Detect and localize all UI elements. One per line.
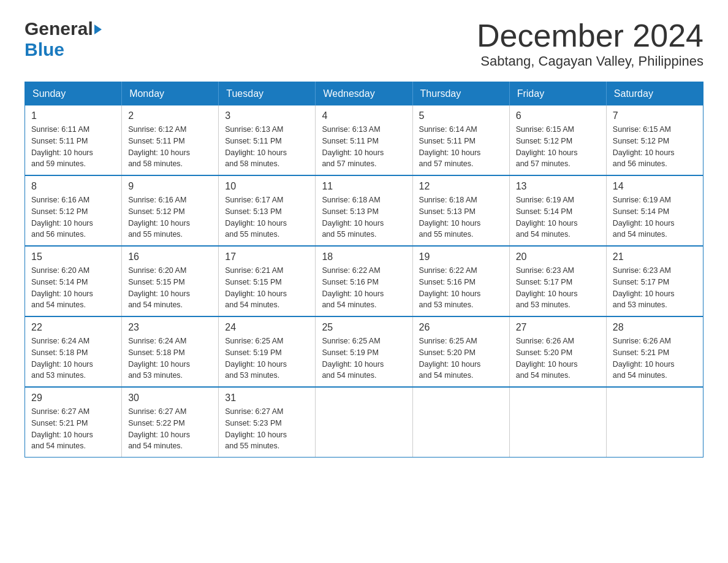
day-number: 30 <box>128 393 212 404</box>
day-number: 26 <box>419 322 503 333</box>
day-number: 14 <box>613 181 697 192</box>
day-number: 28 <box>613 322 697 333</box>
calendar-day-cell: 4 Sunrise: 6:13 AMSunset: 5:11 PMDayligh… <box>316 105 412 175</box>
day-number: 25 <box>322 322 406 333</box>
day-info: Sunrise: 6:19 AMSunset: 5:14 PMDaylight:… <box>516 196 578 239</box>
day-of-week-header: Saturday <box>606 82 703 106</box>
day-info: Sunrise: 6:22 AMSunset: 5:16 PMDaylight:… <box>322 266 384 309</box>
calendar-day-cell: 9 Sunrise: 6:16 AMSunset: 5:12 PMDayligh… <box>122 175 219 246</box>
day-number: 1 <box>31 110 115 121</box>
calendar-day-cell: 7 Sunrise: 6:15 AMSunset: 5:12 PMDayligh… <box>606 105 703 175</box>
day-info: Sunrise: 6:12 AMSunset: 5:11 PMDaylight:… <box>128 125 190 168</box>
calendar-day-cell: 27 Sunrise: 6:26 AMSunset: 5:20 PMDaylig… <box>509 316 606 387</box>
calendar-day-cell: 20 Sunrise: 6:23 AMSunset: 5:17 PMDaylig… <box>509 246 606 316</box>
calendar-day-cell: 22 Sunrise: 6:24 AMSunset: 5:18 PMDaylig… <box>25 316 122 387</box>
logo: General Blue <box>25 18 102 60</box>
calendar-day-cell: 24 Sunrise: 6:25 AMSunset: 5:19 PMDaylig… <box>219 316 316 387</box>
day-of-week-header: Sunday <box>25 82 122 106</box>
calendar-day-cell: 19 Sunrise: 6:22 AMSunset: 5:16 PMDaylig… <box>412 246 509 316</box>
day-number: 8 <box>31 181 115 192</box>
calendar-day-cell <box>316 387 412 458</box>
day-number: 12 <box>419 181 503 192</box>
day-info: Sunrise: 6:14 AMSunset: 5:11 PMDaylight:… <box>419 125 481 168</box>
day-number: 2 <box>128 110 212 121</box>
day-number: 31 <box>225 393 309 404</box>
day-info: Sunrise: 6:13 AMSunset: 5:11 PMDaylight:… <box>322 125 384 168</box>
calendar-day-cell <box>509 387 606 458</box>
calendar-table: SundayMondayTuesdayWednesdayThursdayFrid… <box>25 82 703 458</box>
day-number: 6 <box>516 110 600 121</box>
title-section: December 2024 Sabtang, Cagayan Valley, P… <box>477 18 703 69</box>
day-info: Sunrise: 6:21 AMSunset: 5:15 PMDaylight:… <box>225 266 287 309</box>
day-info: Sunrise: 6:17 AMSunset: 5:13 PMDaylight:… <box>225 196 287 239</box>
day-number: 13 <box>516 181 600 192</box>
day-info: Sunrise: 6:15 AMSunset: 5:12 PMDaylight:… <box>516 125 578 168</box>
day-info: Sunrise: 6:23 AMSunset: 5:17 PMDaylight:… <box>613 266 675 309</box>
calendar-day-cell: 2 Sunrise: 6:12 AMSunset: 5:11 PMDayligh… <box>122 105 219 175</box>
calendar-week-row: 29 Sunrise: 6:27 AMSunset: 5:21 PMDaylig… <box>25 387 703 458</box>
day-number: 22 <box>31 322 115 333</box>
calendar-day-cell: 1 Sunrise: 6:11 AMSunset: 5:11 PMDayligh… <box>25 105 122 175</box>
calendar-day-cell: 11 Sunrise: 6:18 AMSunset: 5:13 PMDaylig… <box>316 175 412 246</box>
day-number: 24 <box>225 322 309 333</box>
day-number: 11 <box>322 181 406 192</box>
calendar-day-cell: 21 Sunrise: 6:23 AMSunset: 5:17 PMDaylig… <box>606 246 703 316</box>
calendar-day-cell: 6 Sunrise: 6:15 AMSunset: 5:12 PMDayligh… <box>509 105 606 175</box>
calendar-day-cell: 28 Sunrise: 6:26 AMSunset: 5:21 PMDaylig… <box>606 316 703 387</box>
calendar-day-cell: 17 Sunrise: 6:21 AMSunset: 5:15 PMDaylig… <box>219 246 316 316</box>
day-number: 16 <box>128 251 212 262</box>
day-info: Sunrise: 6:23 AMSunset: 5:17 PMDaylight:… <box>516 266 578 309</box>
page-header: General Blue December 2024 Sabtang, Caga… <box>25 18 703 69</box>
day-of-week-header: Friday <box>509 82 606 106</box>
day-info: Sunrise: 6:20 AMSunset: 5:14 PMDaylight:… <box>31 266 93 309</box>
calendar-day-cell: 18 Sunrise: 6:22 AMSunset: 5:16 PMDaylig… <box>316 246 412 316</box>
day-info: Sunrise: 6:24 AMSunset: 5:18 PMDaylight:… <box>128 337 190 380</box>
day-info: Sunrise: 6:18 AMSunset: 5:13 PMDaylight:… <box>419 196 481 239</box>
logo-triangle-icon <box>94 25 102 34</box>
day-number: 9 <box>128 181 212 192</box>
calendar-day-cell: 15 Sunrise: 6:20 AMSunset: 5:14 PMDaylig… <box>25 246 122 316</box>
day-info: Sunrise: 6:27 AMSunset: 5:23 PMDaylight:… <box>225 407 287 450</box>
calendar-day-cell: 16 Sunrise: 6:20 AMSunset: 5:15 PMDaylig… <box>122 246 219 316</box>
day-number: 17 <box>225 251 309 262</box>
day-info: Sunrise: 6:20 AMSunset: 5:15 PMDaylight:… <box>128 266 190 309</box>
calendar-day-cell: 13 Sunrise: 6:19 AMSunset: 5:14 PMDaylig… <box>509 175 606 246</box>
calendar-day-cell: 8 Sunrise: 6:16 AMSunset: 5:12 PMDayligh… <box>25 175 122 246</box>
day-of-week-header: Monday <box>122 82 219 106</box>
calendar-week-row: 1 Sunrise: 6:11 AMSunset: 5:11 PMDayligh… <box>25 105 703 175</box>
calendar-day-cell: 23 Sunrise: 6:24 AMSunset: 5:18 PMDaylig… <box>122 316 219 387</box>
day-number: 5 <box>419 110 503 121</box>
day-number: 10 <box>225 181 309 192</box>
day-info: Sunrise: 6:26 AMSunset: 5:21 PMDaylight:… <box>613 337 675 380</box>
logo-general-text: General <box>25 18 93 39</box>
day-info: Sunrise: 6:25 AMSunset: 5:20 PMDaylight:… <box>419 337 481 380</box>
day-number: 19 <box>419 251 503 262</box>
day-info: Sunrise: 6:25 AMSunset: 5:19 PMDaylight:… <box>225 337 287 380</box>
calendar-title: December 2024 <box>477 18 703 53</box>
calendar-subtitle: Sabtang, Cagayan Valley, Philippines <box>477 53 703 69</box>
day-number: 23 <box>128 322 212 333</box>
day-of-week-header: Wednesday <box>316 82 412 106</box>
day-number: 18 <box>322 251 406 262</box>
day-info: Sunrise: 6:25 AMSunset: 5:19 PMDaylight:… <box>322 337 384 380</box>
day-number: 27 <box>516 322 600 333</box>
day-of-week-header: Thursday <box>412 82 509 106</box>
calendar-week-row: 15 Sunrise: 6:20 AMSunset: 5:14 PMDaylig… <box>25 246 703 316</box>
calendar-day-cell: 3 Sunrise: 6:13 AMSunset: 5:11 PMDayligh… <box>219 105 316 175</box>
logo-blue-text: Blue <box>25 39 64 60</box>
calendar-day-cell: 12 Sunrise: 6:18 AMSunset: 5:13 PMDaylig… <box>412 175 509 246</box>
day-number: 4 <box>322 110 406 121</box>
day-info: Sunrise: 6:24 AMSunset: 5:18 PMDaylight:… <box>31 337 93 380</box>
calendar-week-row: 22 Sunrise: 6:24 AMSunset: 5:18 PMDaylig… <box>25 316 703 387</box>
day-number: 15 <box>31 251 115 262</box>
calendar-day-cell: 25 Sunrise: 6:25 AMSunset: 5:19 PMDaylig… <box>316 316 412 387</box>
day-of-week-header: Tuesday <box>219 82 316 106</box>
calendar-day-cell: 26 Sunrise: 6:25 AMSunset: 5:20 PMDaylig… <box>412 316 509 387</box>
calendar-day-cell: 5 Sunrise: 6:14 AMSunset: 5:11 PMDayligh… <box>412 105 509 175</box>
calendar-day-cell: 30 Sunrise: 6:27 AMSunset: 5:22 PMDaylig… <box>122 387 219 458</box>
day-number: 3 <box>225 110 309 121</box>
calendar-day-cell: 10 Sunrise: 6:17 AMSunset: 5:13 PMDaylig… <box>219 175 316 246</box>
calendar-header-row: SundayMondayTuesdayWednesdayThursdayFrid… <box>25 82 703 106</box>
calendar-week-row: 8 Sunrise: 6:16 AMSunset: 5:12 PMDayligh… <box>25 175 703 246</box>
calendar-day-cell <box>606 387 703 458</box>
